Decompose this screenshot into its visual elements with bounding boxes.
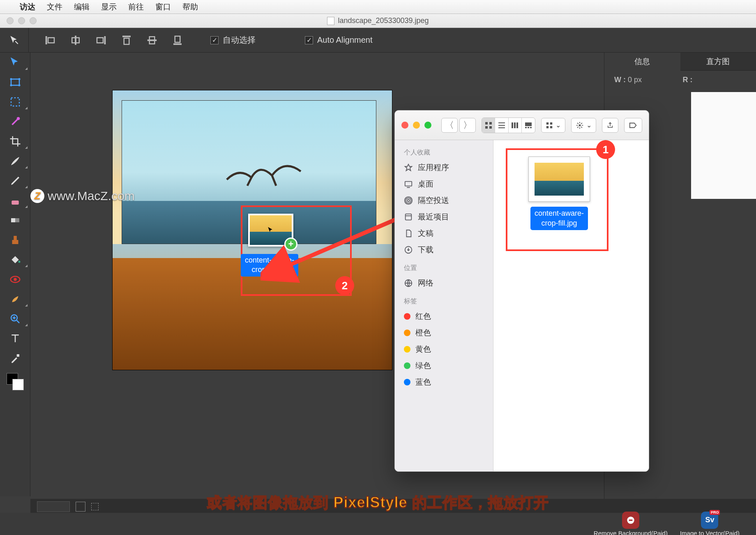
svg-point-24 [18, 261, 20, 263]
svg-rect-7 [124, 38, 129, 44]
red-eye-tool[interactable] [0, 270, 30, 289]
align-left-button[interactable] [41, 32, 59, 48]
svg-rect-41 [525, 127, 527, 128]
macos-menubar[interactable]: 访达 文件 编辑 显示 前往 窗口 帮助 [0, 0, 756, 14]
auto-alignment-label: Auto Alignment [317, 35, 373, 45]
menu-help[interactable]: 帮助 [182, 2, 198, 12]
finder-group-button[interactable]: ⌄ [541, 118, 565, 133]
tab-info[interactable]: 信息 [604, 53, 680, 71]
svg-rect-32 [485, 126, 488, 129]
zoom-button[interactable] [30, 17, 37, 24]
sidebar-tag-orange[interactable]: 橙色 [395, 325, 493, 341]
move-tool-icon [9, 35, 20, 46]
finder-back-button[interactable]: 〈 [441, 118, 458, 133]
align-top-button[interactable] [118, 32, 136, 48]
svg-rect-5 [97, 37, 103, 43]
finder-share-button[interactable] [602, 118, 618, 133]
brush-tool[interactable] [0, 151, 30, 171]
paint-bucket-tool[interactable] [0, 250, 30, 270]
svg-point-48 [579, 124, 581, 126]
smudge-tool[interactable] [0, 289, 30, 309]
finder-file[interactable]: content-aware-crop-fill.jpg [522, 157, 596, 230]
align-buttons [41, 32, 194, 48]
svg-rect-1 [48, 37, 54, 43]
svg-rect-8 [148, 39, 157, 41]
finder-window[interactable]: 〈 〉 ⌄ ⌄ 个人收藏 应用程序 桌面 隔空投送 最近项目 文稿 下载 位置 … [394, 110, 649, 472]
dragged-file-thumbnail[interactable]: + [248, 214, 293, 247]
finder-action-button[interactable]: ⌄ [571, 118, 596, 133]
svg-rect-11 [175, 36, 180, 42]
svg-rect-39 [516, 122, 518, 128]
background-color[interactable] [12, 379, 24, 390]
menu-window[interactable]: 窗口 [155, 2, 171, 12]
finder-minimize-button[interactable] [413, 122, 420, 129]
options-bar: 自动选择 Auto Alignment [0, 28, 756, 53]
tab-histogram[interactable]: 直方图 [680, 53, 756, 71]
finder-toolbar: 〈 〉 ⌄ ⌄ [395, 111, 649, 140]
sidebar-item-network[interactable]: 网络 [395, 275, 493, 291]
dock-image-to-vector[interactable]: SvPRO Image to Vector(Paid) [680, 512, 740, 535]
pencil-tool[interactable] [0, 171, 30, 191]
finder-forward-button[interactable]: 〉 [459, 118, 476, 133]
menu-file[interactable]: 文件 [47, 2, 62, 12]
traffic-lights[interactable] [7, 17, 37, 24]
transform-tool[interactable] [0, 72, 30, 92]
tutorial-caption: 或者将图像拖放到 PixelStyle 的工作区，拖放打开 [0, 493, 756, 513]
svg-rect-4 [104, 36, 106, 44]
sidebar-tag-yellow[interactable]: 黄色 [395, 341, 493, 357]
align-right-button[interactable] [92, 32, 110, 48]
finder-view-switcher[interactable] [482, 118, 535, 133]
eyedropper-tool[interactable] [0, 348, 30, 368]
svg-rect-28 [16, 354, 19, 357]
dock-remove-background[interactable]: Remove Background(Paid) [594, 512, 668, 535]
finder-traffic-lights[interactable] [401, 122, 431, 129]
align-bottom-button[interactable] [168, 32, 187, 48]
extension-bar: Remove Background(Paid) SvPRO Image to V… [0, 513, 756, 535]
sidebar-item-downloads[interactable]: 下载 [395, 242, 493, 258]
sidebar-item-airdrop[interactable]: 隔空投送 [395, 192, 493, 209]
finder-zoom-button[interactable] [424, 122, 431, 129]
canvas[interactable]: + content-aware-crop-fill.jpg 2 [113, 90, 392, 370]
app-name[interactable]: 访达 [20, 2, 35, 12]
crop-tool[interactable] [0, 131, 30, 151]
gradient-tool[interactable] [0, 210, 30, 230]
color-swatches[interactable] [7, 373, 23, 394]
sidebar-tag-red[interactable]: 红色 [395, 308, 493, 325]
minimize-button[interactable] [18, 17, 25, 24]
finder-tags-button[interactable] [624, 118, 642, 133]
text-tool[interactable] [0, 329, 30, 348]
sidebar-item-documents[interactable]: 文稿 [395, 225, 493, 242]
menu-edit[interactable]: 编辑 [74, 2, 90, 12]
finder-icon-view[interactable] [482, 118, 495, 133]
finder-gallery-view[interactable] [522, 118, 535, 133]
svg-rect-45 [550, 122, 552, 124]
finder-close-button[interactable] [401, 122, 408, 129]
finder-column-view[interactable] [509, 118, 522, 133]
sidebar-item-recents[interactable]: 最近项目 [395, 209, 493, 225]
finder-list-view[interactable] [495, 118, 508, 133]
svg-rect-30 [485, 122, 488, 125]
svg-rect-38 [514, 122, 516, 128]
auto-select-checkbox[interactable]: 自动选择 [210, 35, 256, 46]
sidebar-item-applications[interactable]: 应用程序 [395, 159, 493, 176]
finder-content[interactable]: 1 content-aware-crop-fill.jpg [493, 140, 649, 471]
move-tool[interactable] [0, 53, 30, 72]
svg-point-50 [407, 199, 410, 202]
eraser-tool[interactable] [0, 191, 30, 210]
svg-rect-19 [12, 201, 19, 205]
marquee-tool[interactable] [0, 92, 30, 112]
magic-wand-tool[interactable] [0, 112, 30, 131]
close-button[interactable] [7, 17, 14, 24]
sidebar-tag-green[interactable]: 绿色 [395, 357, 493, 374]
sidebar-tag-blue[interactable]: 蓝色 [395, 374, 493, 390]
align-vcenter-button[interactable] [143, 32, 161, 48]
document-proxy-icon[interactable] [327, 17, 334, 25]
menu-view[interactable]: 显示 [101, 2, 117, 12]
menu-go[interactable]: 前往 [128, 2, 144, 12]
auto-alignment-checkbox[interactable]: Auto Alignment [305, 35, 373, 45]
zoom-tool[interactable] [0, 309, 30, 329]
sidebar-item-desktop[interactable]: 桌面 [395, 176, 493, 192]
clone-stamp-tool[interactable] [0, 230, 30, 250]
finder-sidebar: 个人收藏 应用程序 桌面 隔空投送 最近项目 文稿 下载 位置 网络 标签 红色… [395, 140, 493, 471]
align-hcenter-button[interactable] [67, 32, 85, 48]
